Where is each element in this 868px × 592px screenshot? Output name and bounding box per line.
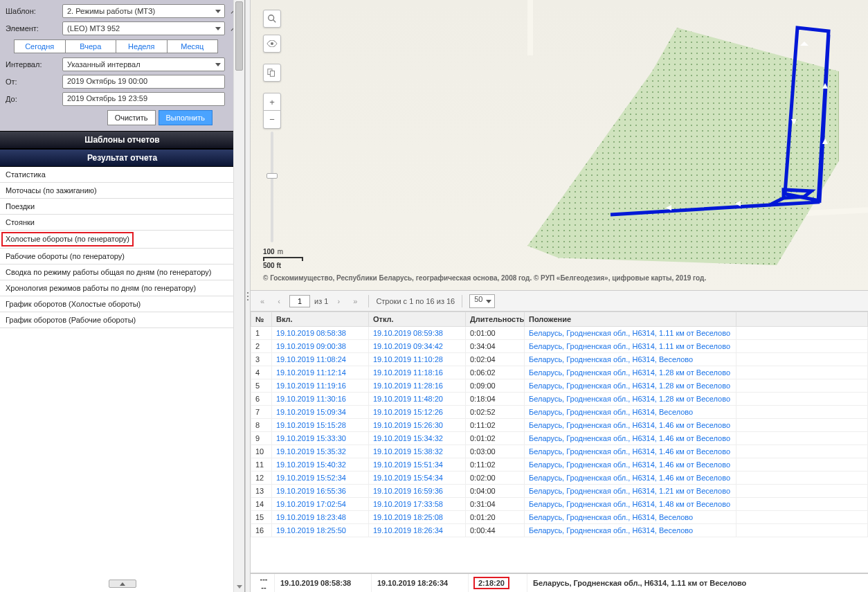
cell-off[interactable]: 19.10.2019 15:12:26 [369, 406, 466, 419]
map-layers-button[interactable] [263, 64, 281, 82]
zoom-slider-track[interactable] [271, 132, 273, 242]
table-row[interactable]: 1519.10.2019 18:23:4819.10.2019 18:25:08… [251, 511, 868, 524]
th-off[interactable]: Откл. [369, 312, 466, 327]
range-month[interactable]: Месяц [168, 39, 219, 53]
cell-on[interactable]: 19.10.2019 11:19:16 [272, 379, 369, 393]
report-item[interactable]: Поездки [0, 199, 244, 215]
cell-pos[interactable]: Беларусь, Гродненская обл., Н6314, 1.46 … [525, 432, 736, 445]
sidebar-scrollbar[interactable] [233, 0, 244, 592]
to-input[interactable]: 2019 Октябрь 19 23:59 [62, 92, 225, 106]
element-select[interactable]: (LEO) МТЗ 952 [62, 21, 225, 35]
cell-on[interactable]: 19.10.2019 15:35:32 [272, 445, 369, 458]
zoom-slider-thumb[interactable] [266, 173, 278, 179]
cell-pos[interactable]: Беларусь, Гродненская обл., Н6314, 1.28 … [525, 366, 736, 379]
zoom-out-button[interactable]: − [263, 111, 281, 129]
cell-pos[interactable]: Беларусь, Гродненская обл., Н6314, 1.21 … [525, 485, 736, 498]
table-row[interactable]: 1419.10.2019 17:02:5419.10.2019 17:33:58… [251, 498, 868, 511]
cell-pos[interactable]: Беларусь, Гродненская обл., Н6314, 1.46 … [525, 445, 736, 458]
scrollbar-down-icon[interactable] [234, 581, 244, 592]
report-item[interactable]: Моточасы (по зажиганию) [0, 183, 244, 199]
cell-pos[interactable]: Беларусь, Гродненская обл., Н6314, 1.11 … [525, 340, 736, 353]
cell-pos[interactable]: Беларусь, Гродненская обл., Н6314, 1.46 … [525, 458, 736, 472]
clear-button[interactable]: Очистить [107, 110, 156, 125]
report-item[interactable]: Сводка по режиму работы общая по дням (п… [0, 264, 244, 280]
th-no[interactable]: № [251, 312, 272, 327]
pager-first-button[interactable]: « [256, 295, 269, 307]
cell-pos[interactable]: Беларусь, Гродненская обл., Н6314, 1.48 … [525, 498, 736, 511]
pager-page-input[interactable] [289, 295, 310, 307]
scrollbar-thumb[interactable] [235, 1, 243, 71]
from-input[interactable]: 2019 Октябрь 19 00:00 [62, 75, 225, 89]
cell-off[interactable]: 19.10.2019 11:28:16 [369, 379, 466, 393]
th-on[interactable]: Вкл. [272, 312, 369, 327]
interval-select[interactable]: Указанный интервал [62, 57, 225, 71]
table-row[interactable]: 619.10.2019 11:30:1619.10.2019 11:48:200… [251, 393, 868, 406]
cell-on[interactable]: 19.10.2019 11:08:24 [272, 353, 369, 366]
run-button[interactable]: Выполнить [159, 110, 213, 125]
table-row[interactable]: 319.10.2019 11:08:2419.10.2019 11:10:280… [251, 353, 868, 366]
cell-pos[interactable]: Беларусь, Гродненская обл., Н6314, Весел… [525, 524, 736, 537]
section-result-header[interactable]: Результат отчета [0, 149, 244, 167]
template-select[interactable]: 2. Режимы работы (МТЗ) [62, 4, 225, 18]
cell-on[interactable]: 19.10.2019 11:30:16 [272, 393, 369, 406]
map[interactable]: + − 100m 500 ft © Госкомимущество, Респу… [251, 0, 868, 291]
table-row[interactable]: 119.10.2019 08:58:3819.10.2019 08:59:380… [251, 327, 868, 340]
cell-off[interactable]: 19.10.2019 08:59:38 [369, 327, 466, 340]
table-row[interactable]: 719.10.2019 15:09:3419.10.2019 15:12:260… [251, 406, 868, 419]
table-row[interactable]: 919.10.2019 15:33:3019.10.2019 15:34:320… [251, 432, 868, 445]
cell-on[interactable]: 19.10.2019 18:25:50 [272, 524, 369, 537]
cell-on[interactable]: 19.10.2019 15:52:34 [272, 472, 369, 485]
range-week[interactable]: Неделя [116, 39, 168, 53]
table-row[interactable]: 1119.10.2019 15:40:3219.10.2019 15:51:34… [251, 458, 868, 472]
range-yesterday[interactable]: Вчера [66, 39, 117, 53]
cell-on[interactable]: 19.10.2019 08:58:38 [272, 327, 369, 340]
cell-off[interactable]: 19.10.2019 16:59:36 [369, 485, 466, 498]
table-row[interactable]: 1019.10.2019 15:35:3219.10.2019 15:38:32… [251, 445, 868, 458]
cell-off[interactable]: 19.10.2019 15:51:34 [369, 458, 466, 472]
table-row[interactable]: 1219.10.2019 15:52:3419.10.2019 15:54:34… [251, 472, 868, 485]
table-row[interactable]: 519.10.2019 11:19:1619.10.2019 11:28:160… [251, 379, 868, 393]
cell-off[interactable]: 19.10.2019 18:25:08 [369, 511, 466, 524]
cell-off[interactable]: 19.10.2019 15:38:32 [369, 445, 466, 458]
cell-on[interactable]: 19.10.2019 18:23:48 [272, 511, 369, 524]
cell-off[interactable]: 19.10.2019 09:34:42 [369, 340, 466, 353]
cell-off[interactable]: 19.10.2019 15:34:32 [369, 432, 466, 445]
pager-pagesize-select[interactable]: 50 [469, 294, 494, 308]
map-visibility-button[interactable] [263, 35, 281, 53]
cell-off[interactable]: 19.10.2019 11:10:28 [369, 353, 466, 366]
cell-on[interactable]: 19.10.2019 15:15:28 [272, 419, 369, 432]
th-dur[interactable]: Длительность [466, 312, 525, 327]
cell-on[interactable]: 19.10.2019 15:33:30 [272, 432, 369, 445]
cell-off[interactable]: 19.10.2019 11:48:20 [369, 393, 466, 406]
section-templates-header[interactable]: Шаблоны отчетов [0, 131, 244, 149]
table-row[interactable]: 219.10.2019 09:00:3819.10.2019 09:34:420… [251, 340, 868, 353]
cell-pos[interactable]: Беларусь, Гродненская обл., Н6314, 1.46 … [525, 472, 736, 485]
cell-pos[interactable]: Беларусь, Гродненская обл., Н6314, 1.28 … [525, 379, 736, 393]
cell-pos[interactable]: Беларусь, Гродненская обл., Н6314, Весел… [525, 511, 736, 524]
cell-on[interactable]: 19.10.2019 15:09:34 [272, 406, 369, 419]
cell-on[interactable]: 19.10.2019 11:12:14 [272, 366, 369, 379]
table-row[interactable]: 819.10.2019 15:15:2819.10.2019 15:26:300… [251, 419, 868, 432]
cell-pos[interactable]: Беларусь, Гродненская обл., Н6314, Весел… [525, 406, 736, 419]
cell-on[interactable]: 19.10.2019 09:00:38 [272, 340, 369, 353]
splitter-vertical[interactable] [245, 0, 251, 592]
report-item[interactable]: Хронология режимов работы по дням (по ге… [0, 280, 244, 296]
table-row[interactable]: 419.10.2019 11:12:1419.10.2019 11:18:160… [251, 366, 868, 379]
report-item[interactable]: График оборотов (Рабочие обороты) [0, 312, 244, 328]
th-pos[interactable]: Положение [525, 312, 736, 327]
zoom-in-button[interactable]: + [263, 93, 281, 111]
report-item[interactable]: Рабочие обороты (по генератору) [0, 249, 244, 264]
cell-off[interactable]: 19.10.2019 15:26:30 [369, 419, 466, 432]
report-item[interactable]: Стоянки [0, 215, 244, 231]
pager-last-button[interactable]: » [349, 295, 361, 307]
cell-pos[interactable]: Беларусь, Гродненская обл., Н6314, 1.28 … [525, 393, 736, 406]
report-item[interactable]: График оборотов (Холостые обороты) [0, 296, 244, 312]
table-row[interactable]: 1319.10.2019 16:55:3619.10.2019 16:59:36… [251, 485, 868, 498]
cell-off[interactable]: 19.10.2019 18:26:34 [369, 524, 466, 537]
pager-prev-button[interactable]: ‹ [273, 295, 285, 307]
report-item[interactable]: Холостые обороты (по генератору) [1, 232, 134, 246]
cell-pos[interactable]: Беларусь, Гродненская обл., Н6314, Весел… [525, 353, 736, 366]
report-item[interactable]: Статистика [0, 167, 244, 183]
map-search-button[interactable] [263, 10, 281, 28]
table-row[interactable]: 1619.10.2019 18:25:5019.10.2019 18:26:34… [251, 524, 868, 537]
